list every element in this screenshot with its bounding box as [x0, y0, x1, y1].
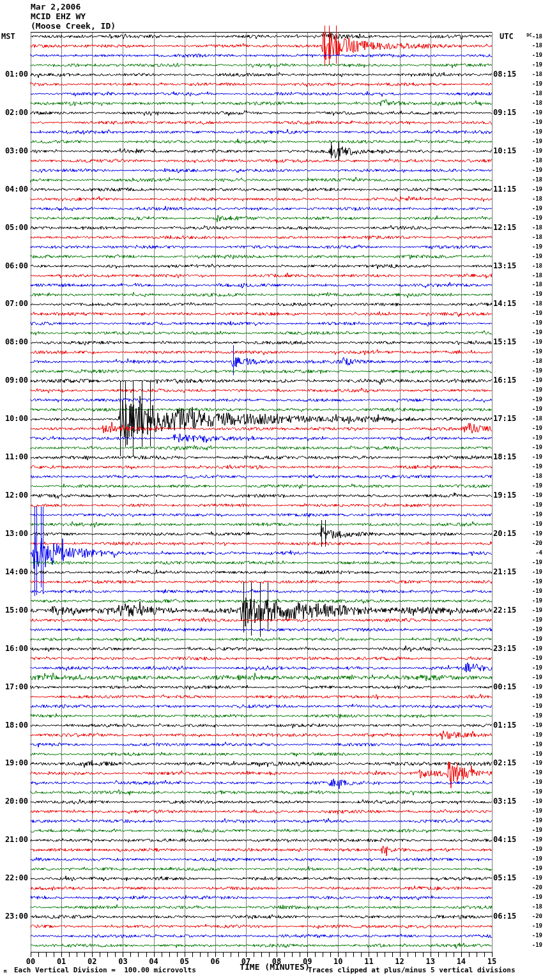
dc-offset-value: -19	[521, 139, 542, 144]
x-tick-label: 00	[21, 958, 40, 965]
helicorder-page: Mar 2,2006 MCID EHZ WY (Moose Creek, ID)…	[0, 0, 543, 980]
dc-offset-value: -19	[521, 608, 542, 613]
mst-hour-label: 02:00	[0, 109, 28, 116]
header-station: MCID EHZ WY	[31, 12, 86, 20]
mst-hour-label: 03:00	[0, 147, 28, 155]
dc-offset-value: -19	[521, 636, 542, 642]
mst-hour-label: 12:00	[0, 491, 28, 499]
footer-marker-glyph: M	[4, 970, 6, 974]
dc-offset-value: -19	[521, 206, 542, 211]
x-tick-label: 01	[52, 958, 71, 965]
dc-offset-value: -19	[521, 856, 542, 862]
dc-offset-value: -19	[521, 646, 542, 652]
dc-offset-value: -19	[521, 330, 542, 335]
dc-offset-value: -19	[521, 942, 542, 948]
dc-offset-value: -19	[521, 52, 542, 58]
mst-hour-label: 10:00	[0, 415, 28, 422]
mst-hour-label: 08:00	[0, 338, 28, 346]
utc-time-label: 05:15	[493, 874, 516, 882]
dc-offset-value: -19	[521, 349, 542, 355]
dc-offset-value: -19	[521, 435, 542, 441]
utc-time-label: 22:15	[493, 606, 516, 614]
utc-time-label: 16:15	[493, 376, 516, 384]
dc-offset-value: -19	[521, 110, 542, 116]
dc-offset-value: -19	[521, 818, 542, 823]
dc-offset-value: -19	[521, 493, 542, 498]
dc-offset-value: -18	[521, 158, 542, 164]
utc-time-label: 23:15	[493, 645, 516, 652]
header-date: Mar 2,2006	[31, 3, 80, 11]
utc-time-label: 14:15	[493, 300, 516, 307]
dc-offset-value: -19	[521, 531, 542, 537]
x-tick-label: 15	[482, 958, 501, 965]
x-tick-label: 03	[113, 958, 132, 965]
x-tick-label: 13	[421, 958, 440, 965]
dc-offset-value: -19	[521, 187, 542, 192]
utc-time-label: 18:15	[493, 453, 516, 461]
utc-time-label: 00:15	[493, 683, 516, 691]
mst-hour-label: 07:00	[0, 300, 28, 307]
mst-hour-label: 11:00	[0, 453, 28, 461]
mst-hour-label: 16:00	[0, 645, 28, 652]
dc-column-label: DC	[526, 33, 532, 38]
dc-offset-value: -19	[521, 799, 542, 804]
dc-offset-value: -18	[521, 273, 542, 279]
dc-offset-value: -19	[521, 675, 542, 680]
dc-offset-value: -19	[521, 483, 542, 489]
dc-offset-value: -19	[521, 894, 542, 900]
utc-time-label: 11:15	[493, 185, 516, 193]
mst-hour-label: 14:00	[0, 568, 28, 576]
dc-offset-value: -19	[521, 837, 542, 843]
dc-offset-value: -19	[521, 119, 542, 125]
dc-offset-value: -19	[521, 291, 542, 297]
dc-offset-value: -19	[521, 310, 542, 316]
dc-offset-value: -19	[521, 464, 542, 470]
mst-hour-label: 15:00	[0, 606, 28, 614]
mst-hour-label: 23:00	[0, 912, 28, 920]
mst-hour-label: 13:00	[0, 530, 28, 537]
mst-hour-label: 09:00	[0, 376, 28, 384]
mst-hour-label: 19:00	[0, 759, 28, 767]
dc-offset-value: -19	[521, 760, 542, 766]
x-tick-label: 14	[452, 958, 471, 965]
dc-offset-value: -19	[521, 454, 542, 460]
dc-offset-value: -19	[521, 827, 542, 833]
footer-scale-note: Each Vertical Division = 100.00 microvol…	[14, 967, 196, 974]
dc-offset-value: -18	[521, 225, 542, 231]
dc-offset-value: -19	[521, 779, 542, 785]
x-tick-label: 05	[175, 958, 194, 965]
utc-time-label: 20:15	[493, 530, 516, 537]
dc-offset-value: -18	[521, 100, 542, 106]
dc-offset-value: -18	[521, 234, 542, 240]
mst-hour-label: 17:00	[0, 683, 28, 691]
dc-offset-value: -19	[521, 703, 542, 709]
dc-offset-value: DC-18	[521, 33, 542, 40]
dc-offset-value: -19	[521, 627, 542, 632]
dc-offset-value: -19	[521, 789, 542, 795]
dc-offset-value: -19	[521, 215, 542, 221]
dc-offset-value: -19	[521, 62, 542, 68]
dc-offset-value: -19	[521, 406, 542, 412]
dc-offset-value: -19	[521, 320, 542, 326]
dc-offset-value: -19	[521, 655, 542, 661]
seismogram-canvas	[0, 0, 543, 980]
utc-time-label: 06:15	[493, 912, 516, 920]
utc-column-label: UTC	[500, 33, 514, 40]
mst-hour-label: 05:00	[0, 224, 28, 231]
mst-hour-label: 04:00	[0, 185, 28, 193]
dc-offset-value: -20	[521, 914, 542, 919]
dc-offset-value: -19	[521, 560, 542, 565]
dc-offset-value: -18	[521, 72, 542, 77]
dc-offset-value: -19	[521, 923, 542, 929]
utc-time-label: 01:15	[493, 721, 516, 729]
dc-offset-value: -4	[521, 550, 542, 556]
dc-offset-value: -19	[521, 723, 542, 728]
dc-offset-value: -19	[521, 397, 542, 402]
dc-offset-value: -18	[521, 904, 542, 910]
utc-time-label: 09:15	[493, 109, 516, 116]
utc-time-label: 02:15	[493, 759, 516, 767]
mst-hour-label: 21:00	[0, 836, 28, 843]
dc-offset-value: -19	[521, 129, 542, 135]
dc-offset-value: -19	[521, 81, 542, 87]
dc-offset-value: -20	[521, 540, 542, 546]
